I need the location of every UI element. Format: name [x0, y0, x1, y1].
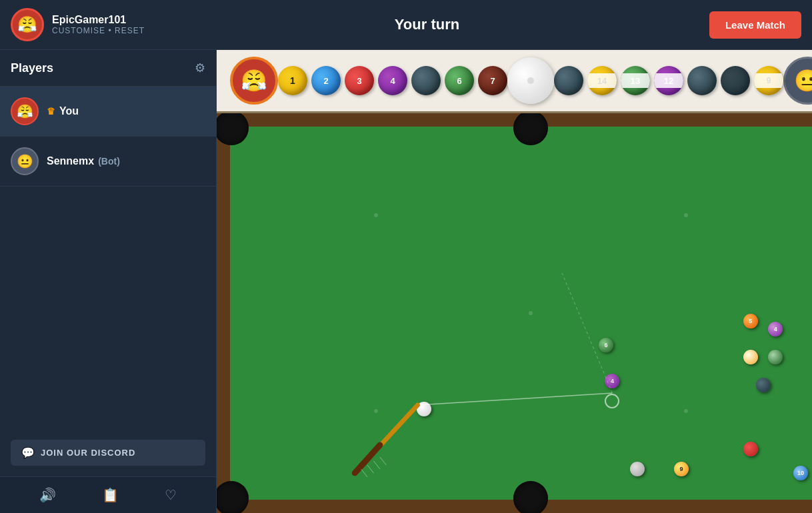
pocket-bottom-left	[217, 481, 249, 513]
table-felt	[230, 127, 812, 500]
table-ball-stripe1	[743, 350, 758, 364]
ball-13: 13	[621, 66, 650, 95]
bot-tag: (Bot)	[98, 156, 120, 167]
discord-button[interactable]: 💬 JOIN OUR DISCORD	[11, 440, 205, 466]
felt-dot-center	[529, 311, 533, 315]
sidebar-footer: 💬 JOIN OUR DISCORD	[0, 429, 216, 476]
discord-icon: 💬	[21, 446, 35, 459]
ball-5	[411, 66, 441, 95]
game-area: 😤 1 2 3 4 6 7	[217, 50, 812, 513]
ball-6: 6	[445, 66, 474, 95]
player-bot-name: Sennemx (Bot)	[47, 155, 120, 167]
ball-9: 9	[754, 66, 783, 95]
player-bot-item[interactable]: 😐 Sennemx (Bot)	[0, 137, 216, 187]
player1-tray-avatar: 😤	[230, 57, 278, 105]
player2-balls: 14 13 12 9	[554, 66, 783, 95]
crown-icon: ♛	[47, 106, 55, 117]
app-header: 😤 EpicGamer101 CUSTOMISE • RESET Your tu…	[0, 0, 812, 50]
player-bot-avatar: 😐	[11, 147, 39, 175]
leave-match-button[interactable]: Leave Match	[709, 11, 801, 39]
filter-icon[interactable]: ⚙	[195, 61, 205, 75]
pool-table: ● 4 6 5 4 9	[217, 113, 812, 513]
table-ball-purple2: 4	[768, 322, 783, 336]
ball-2: 2	[311, 66, 341, 95]
user-avatar: 😤	[11, 8, 44, 41]
table-cue-ball: ●	[417, 402, 431, 416]
table-ball-purple: 4	[605, 374, 619, 388]
ball-p2-5	[721, 66, 750, 95]
table-ball-black	[756, 378, 771, 392]
ball-4: 4	[378, 66, 407, 95]
ball-7: 7	[478, 66, 507, 95]
customise-link[interactable]: CUSTOMISE	[52, 26, 105, 35]
felt-dot-1	[374, 213, 378, 217]
user-actions: CUSTOMISE • RESET	[52, 26, 145, 35]
pool-table-container[interactable]: ● 4 6 5 4 9	[217, 113, 812, 513]
scoreboard-icon[interactable]: 📋	[102, 487, 119, 503]
table-ball-red	[743, 442, 758, 456]
reset-link[interactable]: RESET	[115, 26, 145, 35]
cue-ball-display	[507, 57, 554, 104]
pocket-bottom-middle	[513, 481, 548, 513]
heart-icon[interactable]: ♡	[165, 487, 177, 503]
ball-12: 12	[654, 66, 683, 95]
table-ball-orange: 5	[743, 314, 758, 328]
ball-1: 1	[278, 66, 307, 95]
ball-p2-4	[687, 66, 717, 95]
white-ball-dot	[527, 77, 534, 84]
user-info: EpicGamer101 CUSTOMISE • RESET	[52, 14, 145, 35]
player-you-avatar: 😤	[11, 97, 39, 125]
header-left: 😤 EpicGamer101 CUSTOMISE • RESET	[11, 8, 145, 41]
main-content: Players ⚙ 😤 ♛ You 😐 Sennemx (Bot) 💬 JOIN…	[0, 50, 812, 513]
ball-tray: 😤 1 2 3 4 6 7	[217, 50, 812, 113]
username: EpicGamer101	[52, 14, 145, 26]
bottom-bar: 🔊 📋 ♡	[0, 476, 216, 513]
table-ball-blue-stripe: 10	[793, 466, 808, 480]
player-you-item[interactable]: 😤 ♛ You	[0, 87, 216, 137]
table-ball-stripe2	[768, 350, 783, 364]
ball-3: 3	[345, 66, 374, 95]
player2-tray-avatar: 😐	[783, 57, 812, 105]
turn-indicator: Your turn	[395, 16, 459, 33]
separator: •	[108, 26, 115, 35]
player1-balls: 1 2 3 4 6 7	[278, 66, 507, 95]
sidebar: Players ⚙ 😤 ♛ You 😐 Sennemx (Bot) 💬 JOIN…	[0, 50, 217, 513]
felt-dot-2	[684, 213, 688, 217]
players-section-header: Players ⚙	[0, 50, 216, 87]
ball-14: 14	[587, 66, 617, 95]
table-ball-yellow: 9	[674, 462, 689, 476]
player-you-name: ♛ You	[47, 105, 79, 117]
players-label: Players	[11, 61, 53, 75]
ball-p2-1	[554, 66, 583, 95]
table-ball-white2	[630, 462, 645, 476]
sound-icon[interactable]: 🔊	[39, 487, 56, 503]
table-ball-green: 6	[599, 338, 613, 352]
felt-dot-3	[374, 409, 378, 413]
felt-dot-4	[684, 409, 688, 413]
